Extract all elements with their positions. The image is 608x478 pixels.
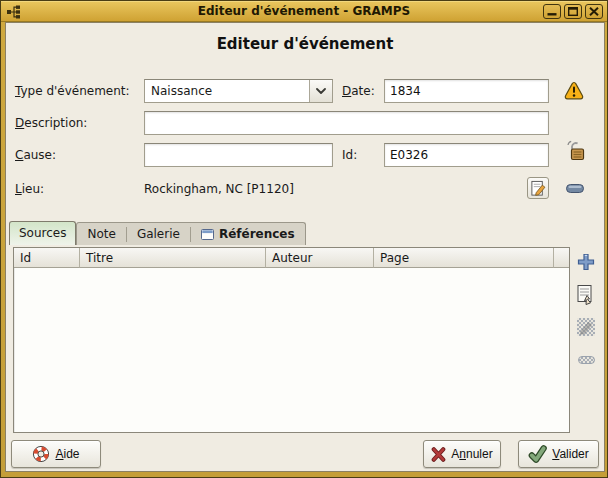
event-type-value: Naissance (145, 80, 309, 102)
cause-label: Cause: (15, 143, 56, 167)
chevron-down-icon (316, 88, 326, 94)
help-button-label: Aide (55, 447, 79, 461)
window-controls (543, 4, 603, 19)
maximize-button[interactable] (564, 4, 582, 19)
help-button[interactable]: Aide (11, 440, 101, 468)
maximize-icon (568, 7, 578, 16)
event-type-combobox[interactable]: Naissance (144, 79, 333, 103)
titlebar[interactable]: Editeur d'événement - GRAMPS (1, 1, 607, 22)
cause-input[interactable] (144, 143, 333, 167)
add-source-button[interactable] (572, 249, 600, 275)
edit-icon (530, 180, 547, 197)
close-button[interactable] (585, 4, 603, 19)
description-label: Description: (15, 111, 87, 135)
add-icon (576, 252, 596, 272)
description-input[interactable] (144, 111, 549, 135)
date-input[interactable] (384, 79, 549, 103)
tab-galerie-label: Galerie (137, 224, 180, 245)
remove-icon (566, 184, 584, 193)
tab-note-label: Note (87, 224, 115, 245)
column-header-filler (554, 248, 569, 268)
sources-table-header: Id Titre Auteur Page (14, 248, 569, 268)
ok-button[interactable]: Valider (518, 440, 599, 468)
place-label: Lieu: (15, 177, 44, 201)
event-editor-window: Editeur d'événement - GRAMPS Editeur d'é… (0, 0, 608, 478)
remove-disabled-icon (578, 356, 595, 364)
dialog-title: Editeur d'événement (6, 35, 604, 53)
remove-source-button-disabled[interactable] (572, 347, 600, 373)
column-header-id[interactable]: Id (14, 248, 80, 268)
cancel-button-label: Annuler (451, 447, 492, 461)
edit-source-button-disabled[interactable] (572, 314, 600, 340)
red-x-icon (431, 447, 446, 462)
date-label: Date: (342, 79, 375, 103)
tab-galerie[interactable]: Galerie (127, 224, 190, 245)
id-label: Id: (342, 143, 357, 167)
cancel-button[interactable]: Annuler (423, 440, 501, 468)
dialog-content: Editeur d'événement Type d'événement: Na… (6, 23, 604, 471)
minimize-icon (547, 7, 557, 16)
green-check-icon (528, 445, 547, 464)
column-header-page[interactable]: Page (374, 248, 554, 268)
window-title: Editeur d'événement - GRAMPS (1, 4, 607, 18)
sources-table: Id Titre Auteur Page (13, 247, 570, 433)
edit-place-button[interactable] (527, 177, 549, 199)
lifebuoy-icon (32, 445, 50, 463)
tab-note[interactable]: Note (77, 224, 125, 245)
sources-list[interactable] (14, 268, 569, 432)
tab-references-label: Références (219, 224, 295, 245)
share-source-button[interactable] (572, 282, 600, 308)
tab-references[interactable]: Références (191, 224, 305, 245)
close-icon (589, 7, 599, 16)
inactive-tab-strip: Note Galerie Références (76, 222, 305, 245)
notebook-tabs: Sources Note Galerie Références (9, 221, 306, 245)
column-header-titre[interactable]: Titre (80, 248, 266, 268)
ok-button-label: Valider (552, 447, 588, 461)
minimize-button[interactable] (543, 4, 561, 19)
remove-place-button[interactable] (566, 184, 584, 193)
tab-sources[interactable]: Sources (9, 221, 76, 245)
column-header-auteur[interactable]: Auteur (266, 248, 374, 268)
tab-sources-label: Sources (19, 226, 66, 240)
warning-icon[interactable] (564, 81, 584, 100)
privacy-lock-button[interactable] (565, 139, 587, 163)
gramps-tree-icon (6, 4, 22, 20)
combobox-arrow-button[interactable] (309, 80, 332, 102)
event-type-label: Type d'événement: (15, 79, 130, 103)
edit-disabled-icon (577, 318, 595, 336)
place-value: Rockingham, NC [P1120] (144, 177, 294, 201)
open-lock-icon (565, 139, 587, 163)
id-input[interactable] (384, 143, 549, 167)
window-icon (201, 229, 214, 240)
share-document-icon (575, 284, 597, 306)
